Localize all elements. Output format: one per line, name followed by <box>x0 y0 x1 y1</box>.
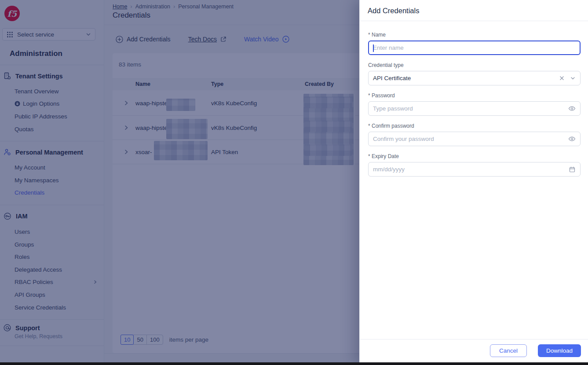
cancel-button[interactable]: Cancel <box>490 344 527 357</box>
expiry-date-input[interactable] <box>373 166 569 173</box>
download-button[interactable]: Download <box>538 344 581 357</box>
calendar-icon[interactable] <box>569 166 576 173</box>
name-field-label: * Name <box>368 32 581 38</box>
credential-type-value: API Certificate <box>373 75 559 81</box>
confirm-password-input-wrapper <box>368 132 581 146</box>
credential-type-field-group: Credential type API Certificate <box>368 62 581 85</box>
password-field-group: * Password <box>368 92 581 116</box>
add-credentials-drawer: Add Credentials * Name Credential type A… <box>359 0 588 365</box>
password-field-label: * Password <box>368 92 581 99</box>
chevron-down-icon[interactable] <box>570 75 576 81</box>
password-input-wrapper <box>368 101 581 116</box>
name-input-wrapper <box>368 41 581 55</box>
credential-type-select[interactable]: API Certificate <box>368 71 581 85</box>
confirm-password-input[interactable] <box>373 136 568 142</box>
name-field-group: * Name <box>368 32 581 55</box>
drawer-footer: Cancel Download <box>360 339 588 365</box>
drawer-body: * Name Credential type API Certificate <box>360 21 588 339</box>
text-caret <box>373 44 374 52</box>
app-root: f5 Select service Administration Tenant … <box>0 0 588 365</box>
drawer-title: Add Credentials <box>360 0 588 21</box>
confirm-password-field-label: * Confirm password <box>368 123 581 129</box>
confirm-password-field-group: * Confirm password <box>368 123 581 146</box>
password-input[interactable] <box>373 105 568 112</box>
clear-icon[interactable] <box>559 75 565 81</box>
expiry-date-input-wrapper <box>368 162 581 177</box>
credential-type-label: Credential type <box>368 62 581 68</box>
expiry-date-field-label: * Expiry Date <box>368 153 581 159</box>
expiry-date-field-group: * Expiry Date <box>368 153 581 177</box>
eye-icon[interactable] <box>568 105 576 112</box>
name-input[interactable] <box>373 44 576 51</box>
bottom-bar <box>0 362 588 365</box>
eye-icon[interactable] <box>568 135 576 143</box>
